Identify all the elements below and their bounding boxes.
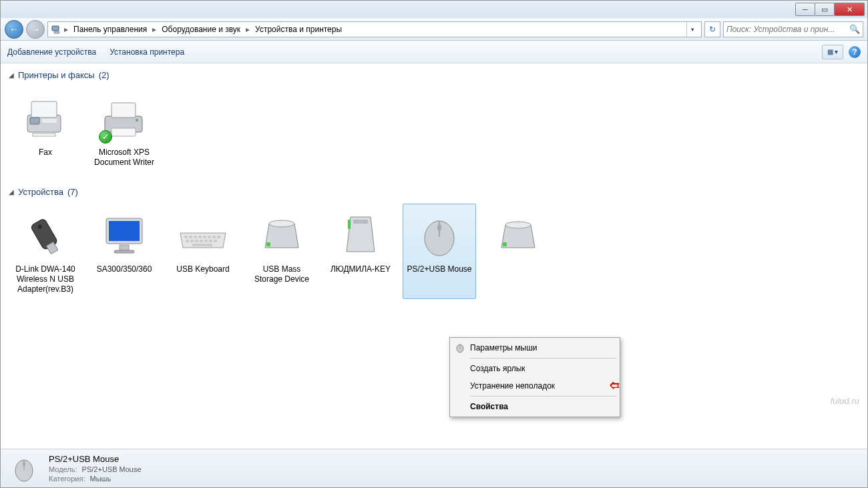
computer-tower-icon	[334, 208, 387, 262]
explorer-window: ─ ▭ ✕ ← → ▸ Панель управления ▸ Оборудов…	[0, 0, 868, 488]
svg-rect-31	[209, 240, 212, 242]
svg-rect-33	[192, 244, 212, 246]
device-item-storage[interactable]: USB Mass Storage Device	[245, 204, 318, 299]
device-item-keyboard[interactable]: USB Keyboard	[166, 204, 240, 299]
default-check-icon: ✓	[99, 130, 112, 144]
breadcrumb-segment[interactable]: Панель управления	[69, 22, 151, 37]
printer-icon: ✓	[97, 91, 151, 145]
chevron-down-icon: ▾	[835, 48, 838, 55]
device-item-xps-writer[interactable]: ✓ Microsoft XPS Document Writer	[87, 87, 161, 172]
help-button[interactable]: ?	[849, 46, 861, 58]
breadcrumb-segment[interactable]: Устройства и принтеры	[251, 22, 346, 37]
svg-rect-20	[194, 236, 197, 238]
printers-row: Fax ✓ Microsoft XPS Document Writer	[1, 83, 867, 184]
chevron-right-icon: ▸	[151, 25, 158, 34]
breadcrumb-segment[interactable]: Оборудование и звук	[158, 22, 244, 37]
svg-point-34	[269, 220, 294, 227]
svg-rect-37	[348, 220, 351, 229]
group-count: (2)	[99, 70, 110, 80]
svg-rect-0	[52, 26, 59, 31]
caret-icon: ◢	[9, 71, 14, 79]
device-item-drive2[interactable]	[481, 204, 555, 299]
refresh-button[interactable]: ↻	[704, 21, 720, 37]
svg-point-45	[23, 461, 25, 467]
group-header-printers[interactable]: ◢ Принтеры и факсы (2)	[1, 67, 867, 83]
context-menu-label: Параметры мыши	[470, 343, 537, 352]
mouse-icon	[413, 208, 466, 262]
mouse-icon	[9, 453, 39, 484]
device-item-mouse[interactable]: PS/2+USB Mouse	[403, 204, 476, 299]
device-item-fax[interactable]: Fax	[9, 87, 82, 172]
maximize-button[interactable]: ▭	[815, 3, 835, 16]
svg-rect-17	[114, 250, 134, 253]
svg-rect-16	[120, 245, 129, 250]
context-menu-label: Свойства	[470, 402, 508, 411]
arrow-left-icon: ←	[9, 24, 19, 35]
context-menu: Параметры мыши Создать ярлык Устранение …	[449, 337, 620, 417]
search-icon: 🔍	[849, 24, 860, 34]
chevron-right-icon: ▸	[63, 25, 69, 34]
devices-icon	[51, 24, 61, 35]
install-printer-button[interactable]: Установка принтера	[110, 47, 184, 57]
annotation-arrow-icon: ➱	[610, 378, 620, 393]
search-input[interactable]	[726, 25, 849, 34]
back-button[interactable]: ←	[5, 20, 23, 39]
details-category: Категория: Мышь	[49, 475, 142, 483]
svg-rect-30	[204, 240, 208, 242]
menu-separator	[470, 396, 617, 397]
svg-rect-15	[109, 221, 140, 241]
add-device-button[interactable]: Добавление устройства	[7, 47, 96, 57]
svg-rect-27	[190, 240, 194, 242]
details-title: PS/2+USB Mouse	[49, 454, 142, 464]
details-pane: PS/2+USB Mouse Модель: PS/2+USB Mouse Ка…	[1, 449, 867, 487]
device-label: PS/2+USB Mouse	[407, 264, 471, 274]
details-category-value: Мышь	[90, 475, 112, 483]
group-title: Устройства	[18, 187, 63, 197]
menu-separator	[470, 358, 617, 358]
svg-rect-21	[198, 236, 202, 238]
watermark: fulud.ru	[831, 396, 859, 406]
svg-rect-5	[42, 119, 57, 123]
svg-rect-23	[208, 236, 211, 238]
svg-rect-36	[353, 220, 368, 224]
refresh-icon: ↻	[709, 25, 716, 34]
device-label: USB Mass Storage Device	[248, 264, 315, 284]
device-label: SA300/350/360	[97, 264, 152, 274]
caret-icon: ◢	[9, 188, 14, 196]
minimize-button[interactable]: ─	[795, 3, 815, 16]
svg-rect-22	[203, 236, 206, 238]
context-menu-item-create-shortcut[interactable]: Создать ярлык	[451, 360, 618, 377]
breadcrumb-dropdown[interactable]: ▾	[686, 22, 698, 37]
svg-rect-24	[212, 236, 216, 238]
breadcrumb[interactable]: ▸ Панель управления ▸ Оборудование и зву…	[47, 21, 702, 37]
context-menu-item-properties[interactable]: Свойства	[451, 398, 618, 415]
help-icon: ?	[852, 47, 857, 57]
monitor-icon	[97, 208, 151, 262]
details-model-key: Модель:	[49, 465, 77, 473]
device-item-wireless-adapter[interactable]: D-Link DWA-140 Wireless N USB Adapter(re…	[9, 204, 82, 299]
svg-rect-41	[503, 242, 507, 246]
svg-rect-32	[214, 240, 217, 242]
context-menu-item-troubleshoot[interactable]: Устранение неполадок	[451, 377, 618, 395]
svg-rect-8	[112, 103, 136, 117]
group-header-devices[interactable]: ◢ Устройства (7)	[1, 184, 867, 200]
svg-rect-4	[30, 117, 39, 124]
chevron-right-icon: ▸	[244, 25, 251, 34]
view-icon: ▦	[827, 48, 833, 55]
navigation-bar: ← → ▸ Панель управления ▸ Оборудование и…	[1, 18, 867, 41]
svg-rect-26	[186, 240, 189, 242]
device-label: USB Keyboard	[176, 264, 229, 274]
device-item-computer[interactable]: ЛЮДМИЛА-KEY	[324, 204, 397, 299]
context-menu-label: Устранение неполадок	[470, 381, 555, 391]
view-options-button[interactable]: ▦ ▾	[822, 45, 843, 59]
usb-dongle-icon	[19, 208, 72, 262]
fax-icon	[19, 91, 72, 145]
search-box[interactable]: 🔍	[723, 21, 863, 37]
device-label: Microsoft XPS Document Writer	[91, 148, 158, 168]
content-area: ◢ Принтеры и факсы (2) Fax	[1, 63, 867, 449]
close-button[interactable]: ✕	[834, 3, 865, 16]
forward-button[interactable]: →	[26, 20, 45, 39]
device-item-monitor[interactable]: SA300/350/360	[87, 204, 161, 299]
context-menu-item-mouse-settings[interactable]: Параметры мыши	[451, 339, 618, 356]
svg-rect-35	[266, 242, 270, 246]
